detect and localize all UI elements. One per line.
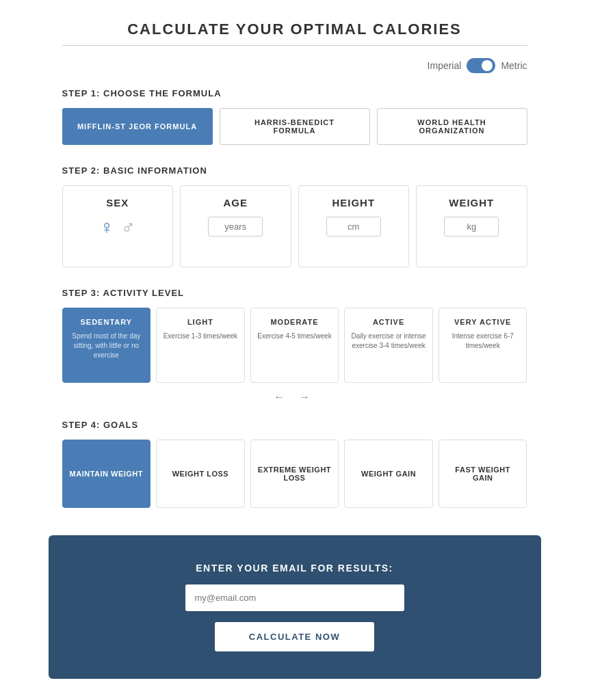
goal-extreme-loss[interactable]: EXTREME WEIGHT LOSS — [250, 440, 339, 508]
next-arrow[interactable]: → — [299, 391, 315, 403]
formula-btn-mifflin[interactable]: MIFFLIN-ST JEOR FORMULA — [62, 108, 213, 145]
step4-label: STEP 4: GOALS — [62, 420, 527, 430]
height-card: HEIGHT — [298, 185, 410, 267]
step2-label: STEP 2: BASIC INFORMATION — [62, 165, 527, 176]
activity-moderate-title: MODERATE — [270, 318, 318, 326]
goal-weight-loss-label: WEIGHT LOSS — [172, 470, 229, 478]
sex-icons: ♀ ♂ — [100, 217, 135, 239]
male-icon[interactable]: ♂ — [121, 217, 135, 239]
imperial-label: Imperial — [428, 60, 462, 71]
goal-extreme-loss-label: EXTREME WEIGHT LOSS — [257, 466, 333, 482]
sex-card: SEX ♀ ♂ — [62, 185, 174, 267]
weight-card: WEIGHT — [416, 185, 527, 267]
email-input[interactable] — [185, 584, 404, 611]
sex-card-title: SEX — [106, 197, 129, 208]
toggle-track[interactable] — [467, 58, 495, 73]
activity-very-active-title: VERY ACTIVE — [454, 318, 511, 326]
email-section-title: ENTER YOUR EMAIL FOR RESULTS: — [196, 563, 393, 574]
activity-moderate-desc: Exercise 4-5 times/week — [257, 332, 331, 341]
email-section: ENTER YOUR EMAIL FOR RESULTS: CALCULATE … — [49, 535, 541, 679]
goal-maintain-label: MAINTAIN WEIGHT — [70, 470, 144, 478]
activity-row: SEDENTARY Spend most of the day sitting,… — [62, 308, 527, 383]
activity-nav-arrows: ← → — [62, 391, 527, 403]
prev-arrow[interactable]: ← — [274, 391, 290, 403]
formula-btn-harris[interactable]: HARRIS-BENEDICT FORMULA — [220, 108, 370, 145]
step1-label: STEP 1: CHOOSE THE FORMULA — [62, 88, 527, 98]
toggle-knob — [482, 60, 493, 71]
page-title: CALCULATE YOUR OPTIMAL CALORIES — [62, 21, 527, 38]
goal-weight-gain[interactable]: WEIGHT GAIN — [344, 440, 433, 508]
activity-light[interactable]: LIGHT Exercise 1-3 times/week — [156, 308, 245, 383]
formula-btn-who[interactable]: WORLD HEALTH ORGANIZATION — [377, 108, 527, 145]
female-icon[interactable]: ♀ — [100, 217, 114, 239]
activity-very-active-desc: Intense exercise 6-7 times/week — [445, 332, 521, 351]
activity-very-active[interactable]: VERY ACTIVE Intense exercise 6-7 times/w… — [439, 308, 527, 383]
activity-light-desc: Exercise 1-3 times/week — [163, 332, 237, 341]
goal-fast-gain-label: FAST WEIGHT GAIN — [445, 466, 521, 482]
goal-weight-loss[interactable]: WEIGHT LOSS — [156, 440, 245, 508]
goals-row: MAINTAIN WEIGHT WEIGHT LOSS EXTREME WEIG… — [62, 440, 527, 508]
weight-card-title: WEIGHT — [449, 197, 494, 208]
age-card-title: AGE — [223, 197, 248, 208]
activity-active[interactable]: ACTIVE Daily exercise or intense exercis… — [344, 308, 433, 383]
weight-input[interactable] — [444, 217, 499, 237]
activity-sedentary-title: SEDENTARY — [80, 318, 132, 326]
height-input[interactable] — [326, 217, 381, 237]
goal-fast-gain[interactable]: FAST WEIGHT GAIN — [439, 440, 527, 508]
formula-row: MIFFLIN-ST JEOR FORMULA HARRIS-BENEDICT … — [62, 108, 527, 145]
activity-moderate[interactable]: MODERATE Exercise 4-5 times/week — [250, 308, 339, 383]
activity-sedentary[interactable]: SEDENTARY Spend most of the day sitting,… — [62, 308, 151, 383]
calculate-button[interactable]: CALCULATE NOW — [215, 622, 374, 651]
goal-maintain[interactable]: MAINTAIN WEIGHT — [62, 440, 151, 508]
activity-light-title: LIGHT — [187, 318, 213, 326]
age-input[interactable] — [208, 217, 263, 237]
goal-weight-gain-label: WEIGHT GAIN — [361, 470, 416, 478]
title-divider — [62, 45, 527, 46]
activity-active-desc: Daily exercise or intense exercise 3-4 t… — [350, 332, 427, 351]
basic-info-row: SEX ♀ ♂ AGE HEIGHT WEIGHT — [62, 185, 527, 267]
age-card: AGE — [180, 185, 291, 267]
metric-label: Metric — [501, 60, 527, 71]
activity-sedentary-desc: Spend most of the day sitting, with litt… — [68, 332, 145, 360]
activity-active-title: ACTIVE — [373, 318, 404, 326]
step3-label: STEP 3: ACTIVITY LEVEL — [62, 288, 527, 298]
unit-toggle[interactable] — [467, 58, 495, 73]
unit-toggle-row: Imperial Metric — [62, 58, 527, 73]
height-card-title: HEIGHT — [332, 197, 375, 208]
